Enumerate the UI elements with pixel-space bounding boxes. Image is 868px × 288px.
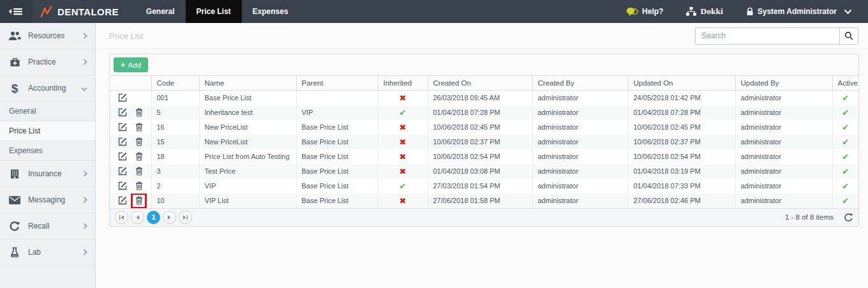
edit-button[interactable] [117,181,128,192]
pager-last-button[interactable] [179,211,192,224]
sidebar-collapse-button[interactable] [0,0,32,23]
grid-toolbar: + Add [110,54,858,76]
search-button[interactable] [839,28,858,44]
cell-updated-on: 10/06/2018 02:54 PM [628,149,735,164]
help-label: Help? [642,7,663,16]
inherited-cross-icon: ✖ [400,137,407,147]
table-row: 10 VIP List Base Price List ✖ 27/06/2018… [110,193,858,208]
search-input[interactable] [696,28,839,44]
cell-code: 18 [151,149,199,164]
dentalore-logo-icon [40,5,53,19]
table-body: 001 Base Price List ✖ 26/03/2018 09:45 A… [110,90,858,208]
sidebar-item-label: Accounting [28,84,75,93]
edit-button[interactable] [117,93,128,103]
chevron-down-icon [844,10,851,14]
last-page-icon [183,215,188,220]
sidebar-item-lab[interactable]: Lab [0,239,95,266]
cell-code: 16 [151,120,199,135]
sidebar-item-recall[interactable]: Recall [0,213,95,239]
column-header-parent[interactable]: Parent [296,76,378,90]
lock-icon [746,7,754,16]
nav-tab-price-list[interactable]: Price List [186,0,242,23]
column-header-created-on[interactable]: Created On [428,76,532,90]
sidebar-item-messaging[interactable]: Messaging [0,187,95,213]
sidebar-item-expenses[interactable]: Expenses [0,141,95,161]
edit-pencil-icon [118,93,127,102]
refresh-button[interactable] [844,213,853,222]
sidebar-item-accounting[interactable]: $ Accounting [0,75,95,102]
cell-updated-by: administrator [735,105,832,120]
edit-pencil-icon [118,152,127,161]
active-check-icon: ✔ [842,152,849,162]
table-row: 001 Base Price List ✖ 26/03/2018 09:45 A… [110,90,858,105]
column-header-active[interactable]: Active [832,76,858,90]
edit-pencil-icon [118,123,127,132]
delete-button[interactable] [133,107,144,118]
pager-prev-button[interactable] [131,211,144,224]
company-link[interactable]: Dokki [686,6,722,17]
add-button[interactable]: + Add [114,57,148,72]
user-name: System Administrator [758,7,837,16]
sidebar-item-resources[interactable]: Resources [0,23,95,49]
pager-page-1-button[interactable]: 1 [147,211,160,224]
inherited-check-icon: ✔ [400,181,407,191]
delete-button[interactable] [133,181,144,192]
cell-created-on: 27/06/2018 01:58 PM [428,193,532,208]
sidebar-item-label: Recall [28,222,77,231]
flask-icon [8,247,22,257]
cell-name: Inheritance test [199,105,296,120]
cell-created-by: administrator [532,164,628,179]
column-header-updated-on[interactable]: Updated On [628,76,735,90]
active-check-icon: ✔ [842,196,849,206]
delete-button[interactable] [133,166,144,177]
delete-button[interactable] [133,137,144,148]
edit-button[interactable] [117,107,128,118]
edit-pencil-icon [118,108,127,117]
column-header-updated-by[interactable]: Updated By [735,76,832,90]
sidebar: Resources Practice $ Accounting General … [0,23,96,288]
pager-first-button[interactable] [115,211,128,224]
edit-button[interactable] [117,166,128,177]
edit-button[interactable] [117,122,128,133]
column-header-code[interactable]: Code [151,76,199,90]
cell-updated-by: administrator [735,120,832,135]
cell-updated-on: 01/04/2018 07:28 PM [628,105,735,120]
users-icon [8,31,22,41]
column-header-inherited[interactable]: Inherited [378,76,428,90]
column-header-name[interactable]: Name [199,76,296,90]
user-menu[interactable]: System Administrator [746,7,851,16]
column-header-created-by[interactable]: Created By [532,76,628,90]
trash-icon [135,108,143,117]
cell-name: New PriceList [199,120,296,135]
nav-tab-general[interactable]: General [135,0,186,23]
cell-parent: Base Price List [296,135,378,149]
delete-button[interactable] [133,122,144,133]
cell-updated-on: 10/06/2018 02:45 PM [628,120,735,135]
sidebar-item-insurance[interactable]: Insurance [0,161,95,187]
pager-next-button[interactable] [163,211,176,224]
cell-parent: VIP [296,105,378,120]
edit-button[interactable] [117,151,128,162]
nav-tab-expenses[interactable]: Expenses [242,0,299,23]
cell-updated-by: administrator [735,164,832,179]
brand[interactable]: DENTALORE [32,0,135,23]
add-button-label: Add [128,61,141,69]
delete-button[interactable] [133,151,144,162]
sidebar-item-general[interactable]: General [0,102,95,121]
sidebar-item-practice[interactable]: Practice [0,49,95,75]
first-page-icon [119,215,124,220]
active-check-icon: ✔ [842,123,849,132]
brand-name: DENTALORE [57,6,119,17]
edit-button[interactable] [117,137,128,148]
delete-button[interactable] [133,195,144,206]
sidebar-item-price-list[interactable]: Price List [0,121,95,141]
cell-updated-by: administrator [735,90,832,105]
price-list-grid: + Add Code Name Parent Inherited Created… [109,54,859,227]
edit-button[interactable] [117,195,128,206]
search-icon [844,31,853,40]
help-link[interactable]: Help? [626,7,663,17]
company-name: Dokki [700,6,722,17]
table-row: 2 VIP Base Price List ✔ 27/03/2018 01:54… [110,179,858,193]
cell-created-by: administrator [532,149,628,164]
trash-icon [135,123,143,132]
